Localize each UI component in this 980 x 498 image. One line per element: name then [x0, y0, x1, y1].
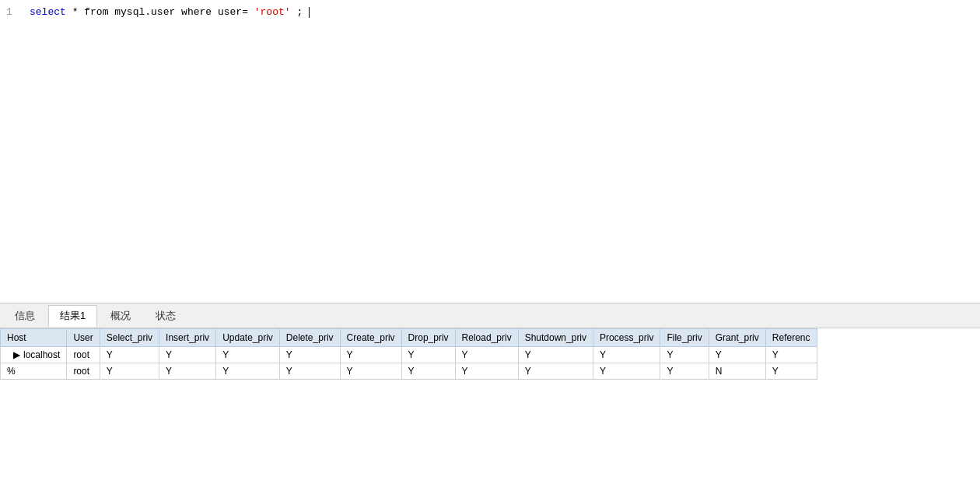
table-cell: Y — [216, 347, 280, 363]
table-cell: ▶localhost — [1, 347, 67, 363]
table-cell: Y — [401, 347, 455, 363]
table-cell: Y — [765, 347, 817, 363]
tab-result1[interactable]: 结果1 — [48, 305, 97, 327]
col-header-select_priv: Select_priv — [100, 329, 159, 347]
table-header-row: HostUserSelect_privInsert_privUpdate_pri… — [1, 329, 817, 347]
table-body: ▶localhostrootYYYYYYYYYYYY%rootYYYYYYYYY… — [1, 347, 817, 380]
table-cell: Y — [765, 363, 817, 380]
tab-overview[interactable]: 概况 — [99, 305, 142, 327]
results-table: HostUserSelect_privInsert_privUpdate_pri… — [0, 328, 817, 380]
sql-editor[interactable]: 1 select * from mysql.user where user= '… — [0, 0, 980, 303]
table-row[interactable]: %rootYYYYYYYYYYNY — [1, 363, 817, 380]
col-header-referenc: Referenc — [765, 329, 817, 347]
col-header-insert_priv: Insert_priv — [159, 329, 216, 347]
col-header-delete_priv: Delete_priv — [279, 329, 340, 347]
string-value: 'root' — [254, 6, 291, 18]
col-header-process_priv: Process_priv — [593, 329, 660, 347]
keyword-where: where — [181, 6, 212, 18]
table-cell: Y — [518, 363, 593, 380]
table-cell: % — [1, 363, 67, 380]
table-cell: Y — [660, 347, 709, 363]
table-cell: Y — [159, 347, 216, 363]
code-semicolon: ; — [296, 6, 303, 18]
table-cell: N — [709, 363, 765, 380]
col-header-user: User — [67, 329, 100, 347]
row-indicator-icon: ▶ — [13, 349, 20, 360]
code-content: select * from mysql.user where user= 'ro… — [30, 5, 310, 20]
col-header-update_priv: Update_priv — [216, 329, 280, 347]
tab-info[interactable]: 信息 — [3, 305, 47, 327]
table-cell: Y — [660, 363, 709, 380]
table-cell: Y — [279, 363, 340, 380]
table-cell: Y — [518, 347, 593, 363]
text-cursor — [309, 7, 310, 18]
table-cell: Y — [159, 363, 216, 380]
col-header-drop_priv: Drop_priv — [401, 329, 455, 347]
table-cell: Y — [279, 347, 340, 363]
table-cell: Y — [455, 347, 518, 363]
table-cell: root — [67, 347, 100, 363]
table-cell: Y — [455, 363, 518, 380]
table-cell: root — [67, 363, 100, 380]
result-tabs: 信息 结果1 概况 状态 — [0, 303, 980, 328]
code-plain-2: mysql.user — [114, 6, 181, 18]
col-header-file_priv: File_priv — [660, 329, 709, 347]
table-cell: Y — [593, 363, 660, 380]
table-row[interactable]: ▶localhostrootYYYYYYYYYYYY — [1, 347, 817, 363]
keyword-from: from — [84, 6, 108, 18]
col-header-shutdown_priv: Shutdown_priv — [518, 329, 593, 347]
code-plain: * — [72, 6, 85, 18]
line-number: 1 — [6, 5, 22, 20]
table-cell: Y — [340, 347, 401, 363]
results-table-container: HostUserSelect_privInsert_privUpdate_pri… — [0, 328, 980, 380]
table-cell: Y — [100, 363, 159, 380]
tab-status[interactable]: 状态 — [144, 305, 187, 327]
table-cell: Y — [593, 347, 660, 363]
table-cell: Y — [216, 363, 280, 380]
col-header-host: Host — [1, 329, 67, 347]
col-header-reload_priv: Reload_priv — [455, 329, 518, 347]
table-cell: Y — [709, 347, 765, 363]
table-cell: Y — [100, 347, 159, 363]
code-plain-3: user= — [218, 6, 248, 18]
col-header-create_priv: Create_priv — [340, 329, 401, 347]
col-header-grant_priv: Grant_priv — [709, 329, 765, 347]
keyword-select: select — [30, 6, 66, 18]
table-cell: Y — [401, 363, 455, 380]
table-cell: Y — [340, 363, 401, 380]
code-line-1: 1 select * from mysql.user where user= '… — [0, 3, 980, 22]
